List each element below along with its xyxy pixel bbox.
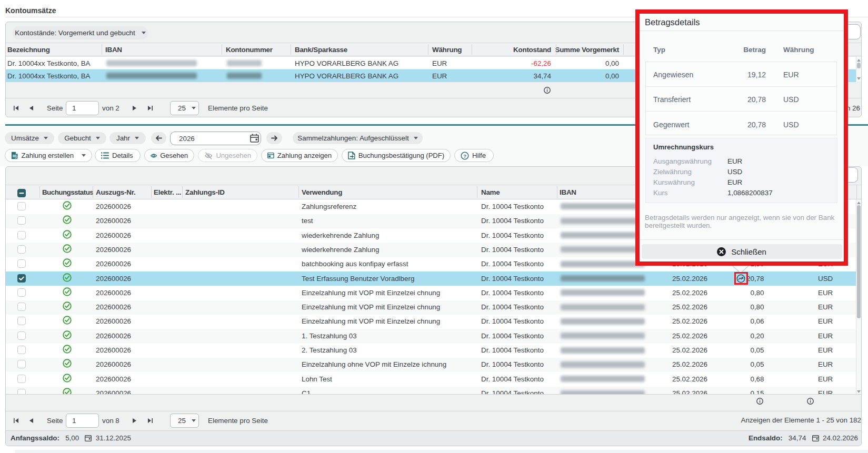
svg-text:?: ? — [463, 153, 466, 158]
